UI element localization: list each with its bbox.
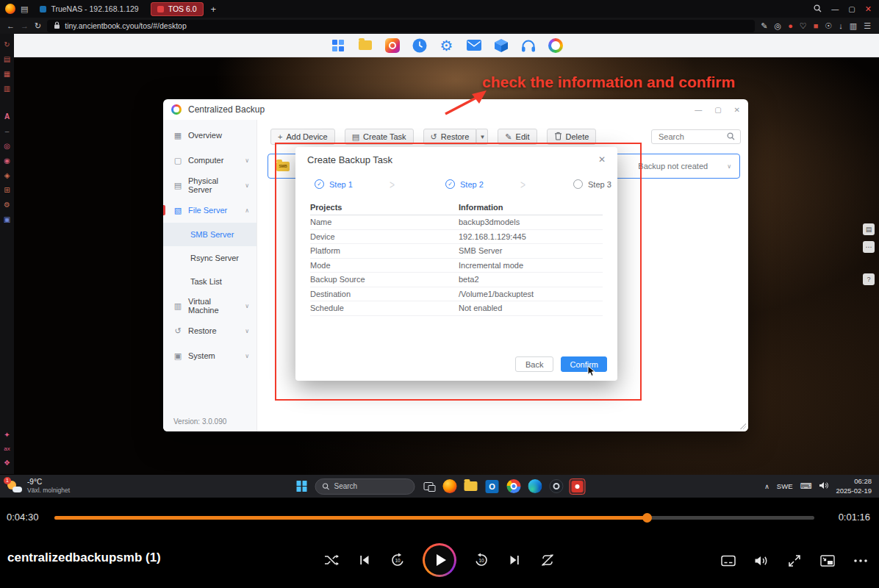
taskbar-search-box[interactable]: Search: [315, 478, 415, 495]
ext-refresh-icon[interactable]: ↻: [4, 41, 10, 49]
address-bar[interactable]: tiny.ancientbook.cyou/tos/#/desktop: [47, 20, 755, 32]
reload-icon[interactable]: ↻: [35, 21, 41, 31]
repeat-off-icon[interactable]: [539, 552, 556, 568]
confirm-button[interactable]: Confirm: [561, 356, 607, 372]
subtitles-icon[interactable]: [720, 553, 736, 569]
dock-apps-grid-icon[interactable]: [329, 37, 347, 54]
file-explorer-icon[interactable]: [463, 478, 479, 495]
downloads-icon[interactable]: ↓: [839, 21, 843, 30]
sidebar-item-restore[interactable]: ↺ Restore ∨: [163, 318, 256, 343]
dock-support-icon[interactable]: [520, 37, 537, 54]
volume-icon[interactable]: [753, 553, 769, 569]
ext-shield-icon[interactable]: ▣: [4, 216, 10, 223]
sidebar-item-task-list[interactable]: Task List: [163, 270, 256, 293]
ext-flower-icon[interactable]: ❖: [4, 459, 10, 467]
dock-photos-icon[interactable]: [384, 37, 401, 54]
sidebar-item-rsync-server[interactable]: Rsync Server: [163, 246, 256, 270]
sidebar-item-physical-server[interactable]: ▤ Physical Server ∨: [163, 173, 256, 198]
backup-status-dropdown[interactable]: Backup not created ∨: [638, 162, 731, 171]
ext-plus-icon[interactable]: ⊞: [4, 187, 10, 194]
rewind-10-icon[interactable]: 10: [390, 552, 406, 568]
ext-gear-icon[interactable]: ⚙: [4, 201, 10, 209]
window-resize-grip[interactable]: [739, 423, 746, 429]
browser-tab-truenas[interactable]: TrueNAS - 192.168.1.129: [33, 2, 145, 16]
app-search-input[interactable]: [657, 132, 724, 142]
new-tab-button[interactable]: +: [209, 4, 219, 15]
restore-button[interactable]: ↺ Restore: [423, 129, 477, 145]
firefox-icon[interactable]: [442, 478, 458, 495]
progress-thumb[interactable]: [642, 513, 652, 523]
window-minimize-button[interactable]: —: [831, 5, 839, 13]
browser-tab-tos[interactable]: TOS 6.0: [151, 2, 204, 16]
firefox-view-icon[interactable]: ▤: [21, 4, 28, 14]
widget-message-icon[interactable]: ⋯: [863, 241, 875, 253]
ext-panel-icon[interactable]: ▥: [4, 85, 10, 93]
fullscreen-icon[interactable]: [786, 553, 803, 569]
ext-dot-icon[interactable]: ◉: [4, 157, 10, 165]
sidebar-item-smb-server[interactable]: SMB Server: [163, 223, 256, 246]
heart-icon[interactable]: ♡: [800, 21, 807, 31]
window-close-button[interactable]: ✕: [865, 4, 872, 14]
sidebar-item-computer[interactable]: ▢ Computer ∨: [163, 148, 256, 173]
ext-diamond-icon[interactable]: ◈: [4, 172, 10, 179]
record-icon[interactable]: ●: [788, 21, 793, 30]
chrome-icon[interactable]: [506, 478, 522, 495]
app-maximize-icon[interactable]: ▢: [714, 106, 721, 114]
speaker-icon[interactable]: [819, 481, 828, 491]
sidebar-toggle-icon[interactable]: ▥: [850, 21, 857, 31]
more-options-icon[interactable]: [853, 553, 869, 569]
sidebar-item-system[interactable]: ▣ System ∨: [163, 343, 256, 368]
play-button[interactable]: [423, 543, 456, 577]
outlook-icon[interactable]: O: [484, 478, 501, 495]
tray-chevron-icon[interactable]: ∧: [764, 483, 769, 490]
previous-icon[interactable]: [356, 552, 373, 568]
shuffle-icon[interactable]: [323, 552, 340, 568]
edge-icon[interactable]: [527, 478, 543, 495]
next-icon[interactable]: [506, 552, 523, 568]
firefox-logo-icon[interactable]: [5, 4, 15, 14]
delete-button[interactable]: Delete: [547, 129, 597, 145]
dock-sync-box-icon[interactable]: [492, 37, 510, 54]
ext-a-icon[interactable]: A: [4, 113, 10, 121]
ext-grid-icon[interactable]: ▦: [4, 71, 10, 78]
obs-icon[interactable]: [548, 478, 564, 495]
app-search-box[interactable]: [651, 129, 741, 144]
tab-search-icon[interactable]: [814, 4, 822, 14]
taskbar-clock[interactable]: 06:28 2025-02-19: [836, 477, 872, 495]
create-task-button[interactable]: ▤ Create Task: [345, 129, 414, 145]
ext-ax-icon[interactable]: ax: [4, 446, 10, 452]
sidebar-item-file-server[interactable]: ▧ File Server ∧: [163, 198, 256, 223]
dock-file-manager-icon[interactable]: [356, 37, 374, 54]
screen-recorder-icon[interactable]: [570, 478, 586, 495]
ext-target-icon[interactable]: ◎: [4, 143, 10, 150]
dock-control-panel-icon[interactable]: ⚙: [438, 37, 456, 54]
add-device-button[interactable]: + Add Device: [270, 129, 335, 145]
start-button[interactable]: [294, 478, 310, 495]
forward-10-icon[interactable]: 10: [473, 552, 489, 568]
widget-panel-icon[interactable]: ▤: [863, 223, 875, 235]
seek-bar[interactable]: [54, 516, 814, 520]
sidebar-item-overview[interactable]: ▦ Overview: [163, 123, 256, 148]
account-icon[interactable]: ☉: [825, 21, 832, 31]
sidebar-item-virtual-machine[interactable]: ▥ Virtual Machine ∨: [163, 293, 256, 318]
window-maximize-button[interactable]: ▢: [848, 5, 855, 13]
weather-widget[interactable]: 1 -9°C Växl. molnighet: [7, 478, 70, 495]
forward-icon[interactable]: →: [21, 21, 29, 30]
restore-dropdown-caret[interactable]: ▼: [476, 129, 488, 145]
ext-print-icon[interactable]: ▤: [4, 56, 10, 63]
task-view-icon[interactable]: [420, 478, 437, 495]
menu-icon[interactable]: ☰: [864, 21, 871, 31]
ext-spark-icon[interactable]: ✦: [4, 431, 10, 439]
dialog-close-icon[interactable]: ✕: [598, 154, 606, 165]
camera-icon[interactable]: ◎: [775, 21, 782, 31]
back-button[interactable]: Back: [515, 356, 553, 372]
app-close-icon[interactable]: ✕: [734, 106, 740, 114]
app-minimize-icon[interactable]: —: [695, 106, 702, 114]
widget-help-icon[interactable]: ?: [863, 273, 875, 285]
pip-icon[interactable]: [819, 553, 836, 569]
dock-centralized-backup-icon[interactable]: [547, 37, 564, 54]
adblock-icon[interactable]: ■: [814, 21, 819, 30]
dock-backup-clock-icon[interactable]: [411, 37, 428, 54]
screenshot-edit-icon[interactable]: ✎: [761, 21, 767, 31]
tray-language[interactable]: SWE: [777, 482, 793, 490]
